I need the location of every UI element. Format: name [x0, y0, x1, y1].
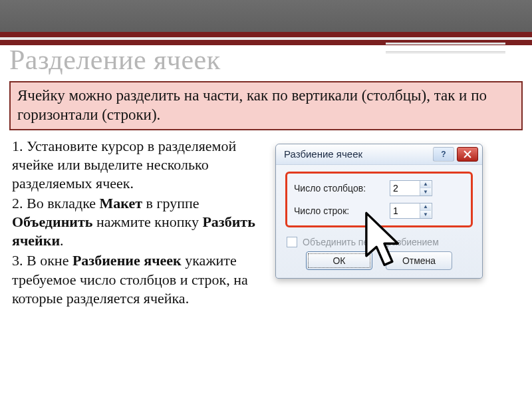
rows-label: Число строк:: [294, 205, 386, 216]
step-3: 3. В окне Разбиение ячеек укажите требуе…: [12, 251, 258, 307]
instruction-steps: 1. Установите курсор в разделяемой ячейк…: [0, 134, 265, 309]
columns-spin-down[interactable]: ▼: [420, 188, 431, 196]
step-2-tab-name: Макет: [100, 195, 142, 211]
step-2-group-name: Объединить: [12, 213, 92, 230]
merge-before-split-row[interactable]: Объединить перед разбиением: [287, 237, 471, 247]
close-icon: [464, 150, 471, 158]
columns-input[interactable]: [390, 181, 420, 196]
dialog-titlebar[interactable]: Разбиение ячеек ?: [276, 144, 482, 165]
slide-top-band: [0, 0, 532, 40]
columns-stepper[interactable]: ▲ ▼: [390, 180, 432, 196]
step-2-text4: .: [60, 232, 64, 249]
rows-stepper[interactable]: ▲ ▼: [390, 203, 432, 219]
columns-spin-up[interactable]: ▲: [420, 181, 431, 189]
close-button[interactable]: [457, 147, 478, 162]
highlighted-fields: Число столбцов: ▲ ▼ Число строк: ▲ ▼: [285, 172, 473, 227]
step-2: 2. Во вкладке Макет в группе Объединить …: [12, 194, 258, 250]
step-3-window-name: Разбиение ячеек: [72, 252, 182, 269]
columns-label: Число столбцов:: [294, 183, 386, 194]
help-button[interactable]: ?: [433, 147, 454, 162]
step-2-text2: в группе: [142, 195, 199, 211]
step-3-text: 3. В окне: [12, 252, 72, 269]
cancel-button[interactable]: Отмена: [386, 251, 452, 270]
step-1: 1. Установите курсор в разделяемой ячейк…: [12, 137, 258, 193]
step-2-text3: нажмите кнопку: [92, 213, 202, 230]
merge-checkbox[interactable]: [287, 237, 297, 247]
help-icon: ?: [441, 150, 446, 159]
rows-input[interactable]: [390, 203, 420, 218]
decorative-separator: [386, 43, 505, 53]
split-cells-dialog: Разбиение ячеек ? Число столбцов: ▲ ▼: [275, 144, 483, 279]
step-2-text: 2. Во вкладке: [12, 195, 100, 211]
rows-spin-down[interactable]: ▼: [420, 211, 431, 218]
dialog-title: Разбиение ячеек: [284, 148, 362, 160]
intro-box: Ячейку можно разделить на части, как по …: [9, 81, 523, 130]
ok-button[interactable]: ОК: [306, 251, 372, 270]
rows-spin-up[interactable]: ▲: [420, 203, 431, 211]
merge-checkbox-label: Объединить перед разбиением: [303, 237, 439, 247]
